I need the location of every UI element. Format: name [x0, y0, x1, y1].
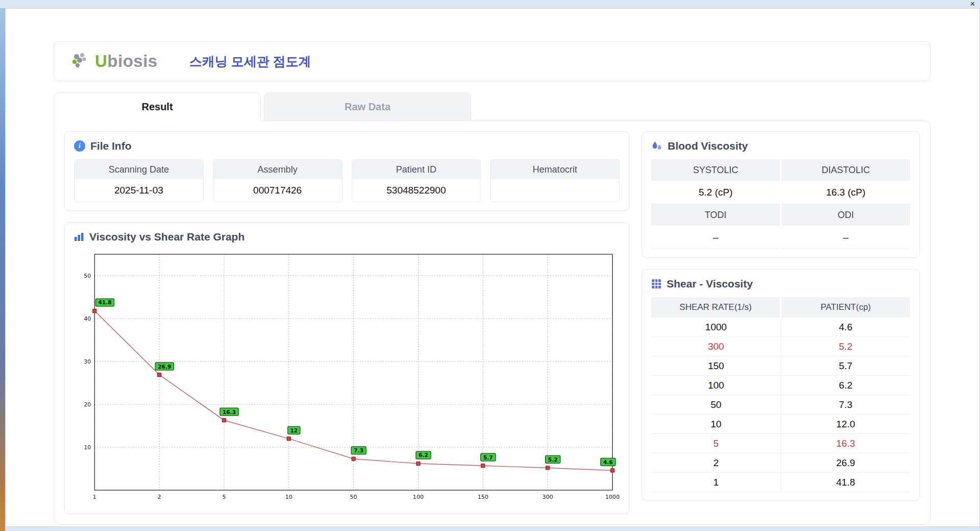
shear-table-header: SHEAR RATE(1/s) PATIENT(cp)	[651, 297, 910, 318]
shear-row: 150 5.7	[651, 356, 910, 376]
todi-header: TODI	[651, 204, 780, 226]
svg-text:300: 300	[542, 494, 553, 500]
svg-text:5.7: 5.7	[483, 454, 493, 461]
viscosity-graph-card: Viscosity vs Shear Rate Graph 1251050100…	[64, 222, 629, 514]
droplets-icon	[651, 140, 663, 152]
app-header: Ubiosis 스캐닝 모세관 점도계	[54, 41, 930, 81]
field-patient-id: Patient ID 53048522900	[352, 159, 481, 202]
page-title: 스캐닝 모세관 점도계	[189, 53, 311, 70]
app-window: Ubiosis 스캐닝 모세관 점도계 Result Raw Data i Fi…	[5, 8, 980, 527]
svg-text:20: 20	[84, 401, 91, 408]
file-info-card: i File Info Scanning Date 2025-11-03 Ass…	[64, 131, 629, 211]
svg-text:100: 100	[413, 494, 424, 500]
svg-text:26.9: 26.9	[158, 364, 171, 370]
diastolic-header: DIASTOLIC	[781, 159, 910, 181]
ubiosis-logo-icon	[71, 52, 92, 71]
svg-text:40: 40	[84, 316, 91, 322]
file-info-fields: Scanning Date 2025-11-03 Assembly 000717…	[74, 159, 620, 202]
shear-rate-column-header: SHEAR RATE(1/s)	[651, 297, 780, 318]
diastolic-value: 16.3 (cP)	[781, 181, 910, 204]
odi-header: ODI	[781, 204, 910, 226]
shear-row: 50 7.3	[651, 395, 910, 415]
logo-text: Ubiosis	[95, 52, 158, 71]
tab-result[interactable]: Result	[54, 92, 261, 121]
shear-table-body: 1000 4.6 300 5.2 150 5.7 100	[651, 318, 910, 492]
shear-row: 1000 4.6	[651, 318, 910, 337]
file-info-title: File Info	[90, 140, 132, 152]
svg-text:12: 12	[290, 427, 298, 433]
svg-text:6.2: 6.2	[419, 452, 428, 458]
close-icon[interactable]: ×	[970, 0, 975, 8]
patient-column-header: PATIENT(cp)	[781, 297, 910, 318]
svg-text:4.6: 4.6	[603, 459, 613, 465]
shear-viscosity-card: Shear - Viscosity SHEAR RATE(1/s) PATIEN…	[642, 269, 920, 501]
svg-text:50: 50	[350, 494, 357, 500]
blood-viscosity-title: Blood Viscosity	[668, 140, 748, 152]
svg-text:150: 150	[478, 494, 488, 500]
systolic-header: SYSTOLIC	[651, 159, 780, 181]
svg-text:16.3: 16.3	[223, 409, 236, 415]
shear-viscosity-title: Shear - Viscosity	[667, 278, 753, 290]
table-icon	[651, 279, 662, 289]
svg-text:2: 2	[158, 494, 161, 500]
shear-row: 300 5.2	[651, 337, 910, 356]
odi-value: –	[781, 226, 910, 249]
bar-chart-icon	[74, 232, 84, 242]
svg-text:5.2: 5.2	[548, 456, 558, 463]
field-hematocrit: Hematocrit	[490, 159, 620, 202]
shear-row: 100 6.2	[651, 376, 910, 395]
svg-text:50: 50	[84, 273, 91, 279]
todi-value: –	[651, 226, 780, 249]
svg-text:1000: 1000	[605, 494, 620, 500]
shear-row: 1 41.8	[651, 473, 910, 492]
shear-row: 2 26.9	[651, 453, 910, 473]
graph-title: Viscosity vs Shear Rate Graph	[89, 231, 244, 243]
viscosity-chart: 12510501001503001000102030405041.826.916…	[74, 250, 620, 505]
field-assembly: Assembly 000717426	[213, 159, 342, 202]
systolic-value: 5.2 (cP)	[651, 181, 780, 204]
field-scanning-date: Scanning Date 2025-11-03	[74, 159, 204, 202]
info-icon: i	[74, 140, 85, 152]
svg-text:7.3: 7.3	[354, 447, 363, 453]
window-title-bar	[0, 0, 980, 8]
tab-bar: Result Raw Data	[54, 92, 930, 120]
shear-row: 5 16.3	[651, 434, 910, 453]
svg-text:30: 30	[84, 358, 91, 365]
svg-text:10: 10	[285, 494, 292, 500]
svg-text:5: 5	[222, 494, 226, 500]
logo: Ubiosis	[71, 52, 158, 71]
svg-text:1: 1	[93, 494, 96, 500]
shear-row: 10 12.0	[651, 415, 910, 434]
logo-text-rest: biosis	[107, 52, 157, 70]
svg-text:10: 10	[84, 444, 91, 451]
blood-viscosity-card: Blood Viscosity SYSTOLIC DIASTOLIC 5.2 (…	[642, 131, 920, 258]
tab-raw-data[interactable]: Raw Data	[264, 92, 471, 121]
result-panel: i File Info Scanning Date 2025-11-03 Ass…	[54, 120, 930, 525]
blood-viscosity-grid: SYSTOLIC DIASTOLIC 5.2 (cP) 16.3 (cP) TO…	[651, 159, 910, 249]
desktop-edge	[0, 0, 5, 531]
svg-text:41.8: 41.8	[98, 299, 111, 305]
